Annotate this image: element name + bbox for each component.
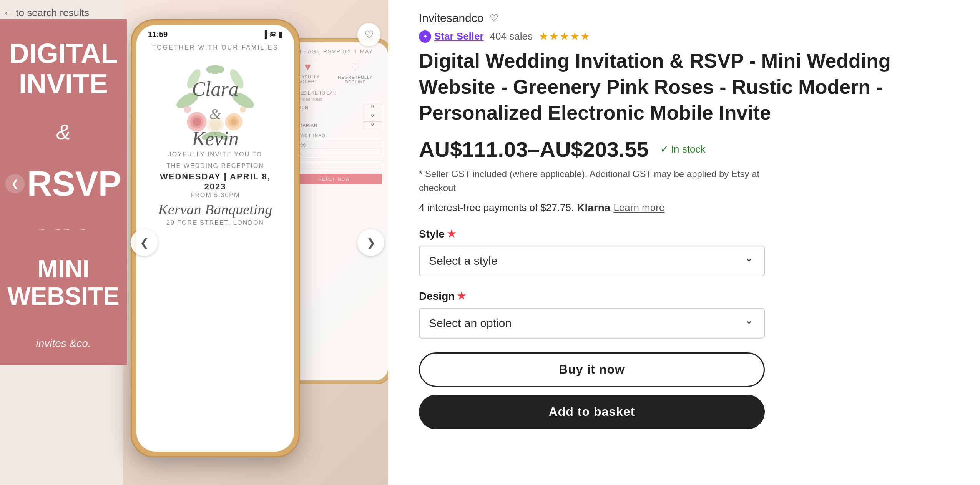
heart-icon: ♡: [364, 28, 374, 41]
phone-logo: invites &co.: [136, 238, 294, 250]
decline-button-area: ♡ REGRETFULLY DECLINE: [329, 61, 382, 84]
prev-image-button[interactable]: ❮: [131, 229, 158, 256]
check-icon: ✓: [660, 143, 669, 155]
add-to-basket-button[interactable]: Add to basket: [419, 395, 765, 429]
klarna-brand: Klarna: [577, 202, 610, 214]
chicken-row: CHICKEN 0: [287, 104, 382, 111]
banner-logo: invites &co.: [36, 337, 91, 350]
phone-icons: ▐ ≋ ▮: [262, 30, 282, 39]
food-subtitle: Select one per guest: [287, 97, 382, 101]
together-text: TOGETHER WITH OUR FAMILIES: [148, 44, 282, 51]
phone-invite-content: TOGETHER WITH OUR FAMILIES: [136, 40, 294, 230]
product-title: Digital Wedding Invitation & RSVP - Mini…: [419, 48, 957, 126]
decline-label: REGRETFULLY DECLINE: [329, 75, 382, 84]
star-icon: ✦: [423, 33, 428, 40]
rsvp-title: PLEASE RSVP BY 1 MAY: [287, 48, 382, 55]
phone-screen-invite: 11:59 ▐ ≋ ▮ TOGETHER WITH OUR FAMILIES: [136, 25, 294, 452]
in-stock-label: In stock: [671, 143, 706, 155]
gst-note: * Seller GST included (where applicable)…: [419, 167, 765, 195]
phone-background-area: PLEASE RSVP BY 1 MAY ♥ JOYFULLY ACCEPT ♡…: [123, 0, 388, 485]
seller-name: Invitesandco: [419, 12, 483, 25]
vegetarian-row: VEGETARIAN 0: [287, 121, 382, 129]
chicken-input: 0: [363, 104, 382, 111]
image-section: ← to search results PLEASE RSVP BY 1 MAY…: [0, 0, 388, 485]
next-image-button[interactable]: ❯: [357, 229, 384, 256]
back-link[interactable]: ← to search results: [3, 7, 89, 19]
invite-text-2: THE WEDDING RECEPTION: [148, 163, 282, 169]
beef-row: BEEF 0: [287, 113, 382, 120]
venue-address: 29 FORE STREET, LONDON: [148, 219, 282, 226]
seller-heart-icon: ♡: [490, 12, 498, 24]
style-label: Style ★: [419, 228, 957, 240]
wedding-date: WEDNESDAY | APRIL 8, 2023: [148, 172, 282, 192]
seller-row: Invitesandco ♡: [419, 12, 957, 25]
star-seller-label[interactable]: Star Seller: [434, 30, 484, 42]
star-seller-icon: ✦: [419, 30, 431, 43]
style-select[interactable]: Select a style: [419, 246, 765, 276]
style-required-star: ★: [447, 228, 456, 240]
banner-ampersand: &: [56, 119, 70, 144]
klarna-learn-more[interactable]: Learn more: [613, 202, 664, 214]
banner-rsvp-text: RSVP: [27, 164, 121, 204]
klarna-row: 4 interest-free payments of $27.75. Klar…: [419, 202, 957, 214]
pink-banner: DIGITALINVITE & ❮ RSVP ~ ~~ ~ MINIWEBSIT…: [0, 19, 127, 365]
buy-now-button[interactable]: Buy it now: [419, 352, 765, 387]
food-title: I WOULD LIKE TO EAT:: [287, 90, 382, 96]
names-script-2: Kevin: [158, 127, 273, 151]
main-image-container: PLEASE RSVP BY 1 MAY ♥ JOYFULLY ACCEPT ♡…: [0, 0, 388, 485]
heart-filled-icon: ♥: [304, 61, 311, 73]
wedding-time: FROM 5:30PM: [148, 192, 282, 199]
seller-meta-row: ✦ Star Seller 404 sales ★★★★★: [419, 30, 957, 43]
banner-mini-website-text: MINIWEBSITE: [7, 256, 120, 310]
name-field[interactable]: [287, 141, 382, 149]
banner-divider: ~ ~~ ~: [39, 224, 88, 236]
contact-label: CONTACT INFO:: [287, 133, 382, 138]
star-seller-badge: ✦ Star Seller: [419, 30, 484, 43]
heart-outline-icon: ♡: [350, 61, 360, 73]
arrow-right-icon: ❯: [367, 236, 375, 249]
phone-field[interactable]: [287, 151, 382, 159]
in-stock-badge: ✓ In stock: [660, 143, 706, 155]
design-select[interactable]: Select an option: [419, 308, 765, 339]
sales-count: 404 sales: [490, 30, 533, 42]
rsvp-buttons: ♥ JOYFULLY ACCEPT ♡ REGRETFULLY DECLINE: [287, 61, 382, 84]
arrow-left-icon: ❮: [140, 236, 149, 249]
design-label: Design ★: [419, 290, 957, 302]
svg-point-4: [206, 65, 224, 74]
price-text: AU$111.03–AU$203.55: [419, 137, 649, 162]
vegetarian-input: 0: [363, 121, 382, 129]
favorite-button[interactable]: ♡: [357, 23, 380, 46]
klarna-text: 4 interest-free payments of $27.75.: [419, 202, 574, 214]
phone-status-bar: 11:59 ▐ ≋ ▮: [136, 25, 294, 40]
phone-time: 11:59: [148, 30, 168, 39]
product-section: Invitesandco ♡ ✦ Star Seller 404 sales ★…: [388, 0, 980, 485]
beef-input: 0: [363, 113, 382, 120]
venue-name: Kervan Banqueting: [148, 201, 282, 218]
food-section: I WOULD LIKE TO EAT: Select one per gues…: [287, 90, 382, 129]
rating-stars: ★★★★★: [539, 30, 591, 43]
price-row: AU$111.03–AU$203.55 ✓ In stock: [419, 137, 957, 162]
reply-button[interactable]: REPLY NOW: [287, 174, 382, 184]
names-script: Clara: [158, 77, 273, 101]
design-required-star: ★: [457, 290, 466, 302]
banner-digital-text: DIGITALINVITE: [9, 38, 118, 99]
email-field[interactable]: [287, 161, 382, 169]
